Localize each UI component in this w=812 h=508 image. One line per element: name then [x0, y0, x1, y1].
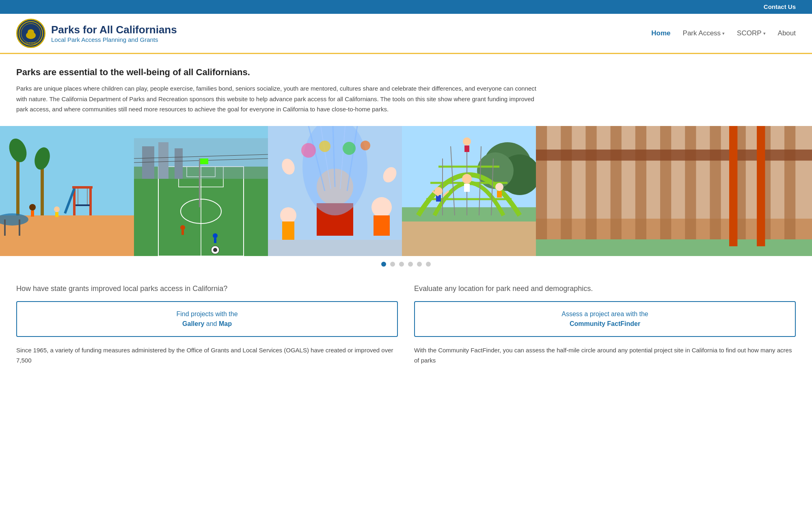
carousel-dot-3[interactable]: [399, 262, 404, 267]
intro-section: Parks are essential to the well-being of…: [0, 54, 812, 115]
cta-line1: Find projects with the: [176, 310, 238, 317]
photo-soccer: [134, 126, 268, 256]
header: CALIFORNIA Parks for All Californians Lo…: [0, 14, 812, 54]
svg-point-5: [31, 30, 34, 33]
photo-slot-4: [402, 126, 536, 256]
nav-park-access[interactable]: Park Access: [683, 29, 721, 37]
left-body: Since 1965, a variety of funding measure…: [16, 345, 398, 366]
svg-rect-85: [464, 184, 470, 192]
svg-rect-61: [282, 221, 294, 240]
photo-playground: [0, 126, 134, 256]
svg-rect-45: [181, 230, 184, 235]
svg-rect-23: [55, 212, 58, 217]
svg-point-86: [463, 137, 471, 145]
main-nav: Home Park Access ▾ SCORP ▾ About: [651, 29, 796, 37]
carousel-dot-1[interactable]: [381, 262, 386, 267]
svg-rect-96: [536, 126, 547, 256]
carousel-dot-4[interactable]: [408, 262, 413, 267]
svg-point-43: [213, 248, 217, 252]
svg-rect-47: [214, 238, 216, 243]
photo-slot-5: [536, 126, 812, 256]
photo-slot-1: [0, 126, 134, 256]
photo-climbing: [402, 126, 536, 256]
chevron-down-icon: ▾: [722, 31, 725, 36]
photo-park: [536, 126, 812, 256]
svg-rect-100: [635, 126, 646, 256]
svg-point-58: [371, 197, 392, 217]
svg-rect-101: [660, 126, 671, 256]
svg-point-44: [180, 225, 185, 230]
cta-and: and: [204, 320, 219, 327]
nav-park-access-dropdown[interactable]: Park Access ▾: [683, 29, 725, 37]
svg-rect-14: [89, 187, 92, 215]
svg-rect-111: [729, 126, 737, 246]
intro-body: Parks are unique places where children c…: [16, 83, 544, 115]
svg-rect-15: [72, 186, 93, 189]
svg-point-64: [301, 143, 316, 158]
nav-home[interactable]: Home: [651, 29, 670, 37]
photo-water: [268, 126, 402, 256]
svg-point-65: [319, 141, 330, 152]
two-col-section: How have state grants improved local par…: [0, 272, 812, 377]
left-column: How have state grants improved local par…: [16, 284, 398, 366]
logo-area: CALIFORNIA Parks for All Californians Lo…: [16, 19, 177, 48]
svg-text:CALIFORNIA: CALIFORNIA: [25, 42, 37, 44]
site-subtitle: Local Park Access Planning and Grants: [51, 36, 177, 43]
nav-scorp-dropdown[interactable]: SCORP ▾: [737, 29, 765, 37]
svg-rect-99: [611, 126, 622, 256]
nav-about[interactable]: About: [778, 29, 796, 37]
svg-point-4: [28, 30, 30, 33]
svg-rect-59: [374, 215, 390, 236]
left-question: How have state grants improved local par…: [16, 284, 398, 294]
chevron-down-icon: ▾: [763, 31, 766, 36]
svg-point-46: [213, 233, 218, 238]
svg-rect-26: [19, 219, 20, 236]
contact-us-link[interactable]: Contact Us: [764, 3, 796, 10]
photo-slot-3: [268, 126, 402, 256]
top-bar: Contact Us: [0, 0, 812, 14]
svg-rect-40: [199, 158, 200, 207]
svg-rect-87: [464, 145, 469, 152]
svg-rect-21: [31, 211, 34, 217]
logo-seal: CALIFORNIA: [16, 19, 45, 48]
svg-rect-102: [685, 126, 696, 256]
site-title: Parks for All Californians: [51, 24, 177, 36]
svg-rect-74: [402, 219, 536, 256]
carousel-dot-6[interactable]: [426, 262, 431, 267]
svg-rect-110: [536, 239, 812, 256]
svg-point-60: [280, 207, 296, 224]
svg-point-67: [361, 141, 370, 150]
carousel-dot-2[interactable]: [390, 262, 395, 267]
svg-rect-68: [268, 240, 402, 256]
right-question: Evaluate any location for park need and …: [414, 284, 796, 294]
svg-rect-41: [200, 158, 208, 164]
svg-point-20: [29, 204, 36, 211]
svg-rect-108: [536, 150, 812, 161]
main-content: Parks are essential to the well-being of…: [0, 54, 812, 377]
svg-rect-91: [436, 195, 441, 202]
svg-rect-112: [757, 126, 765, 246]
svg-rect-89: [497, 191, 502, 198]
svg-rect-37: [175, 148, 183, 179]
carousel-dots: [0, 256, 812, 272]
right-column: Evaluate any location for park need and …: [414, 284, 796, 366]
svg-rect-35: [142, 146, 154, 179]
svg-rect-36: [158, 142, 168, 179]
svg-rect-106: [784, 126, 795, 256]
nav-scorp[interactable]: SCORP: [737, 29, 761, 37]
cta-assess-line1: Assess a project area with the: [561, 310, 648, 317]
svg-rect-103: [710, 126, 721, 256]
svg-rect-97: [561, 126, 572, 256]
factfinder-cta-text: Assess a project area with the Community…: [423, 309, 787, 329]
logo-text: Parks for All Californians Local Park Ac…: [51, 24, 177, 43]
svg-point-84: [462, 174, 472, 184]
photo-slot-2: [134, 126, 268, 256]
factfinder-cta[interactable]: Assess a project area with the Community…: [414, 301, 796, 337]
svg-point-88: [495, 183, 503, 191]
factfinder-bold: Community FactFinder: [570, 320, 640, 327]
gallery-map-cta[interactable]: Find projects with the Gallery and Map: [16, 301, 398, 337]
svg-rect-98: [585, 126, 596, 256]
right-body: With the Community FactFinder, you can a…: [414, 345, 796, 366]
carousel-dot-5[interactable]: [417, 262, 422, 267]
gallery-bold: Gallery: [182, 320, 204, 327]
